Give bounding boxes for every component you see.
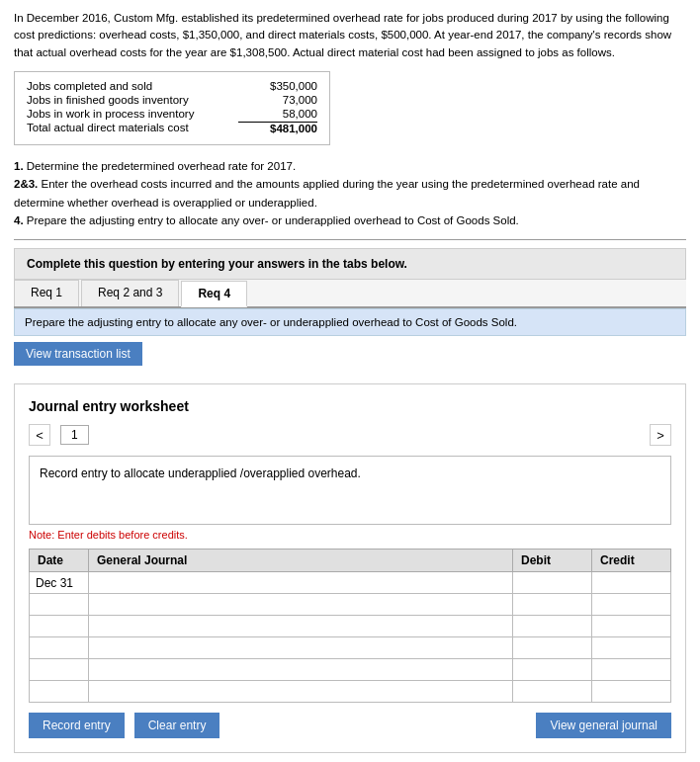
general-cell-4[interactable]	[89, 637, 513, 659]
date-cell-3	[30, 616, 89, 637]
action-buttons: Record entry Clear entry View general jo…	[29, 713, 671, 738]
date-cell-5	[30, 659, 89, 681]
cost-row-total: Total actual direct materials cost $481,…	[27, 122, 317, 134]
entry-description-text: Record entry to allocate underapplied /o…	[40, 466, 361, 480]
table-row	[30, 594, 671, 616]
table-row: Dec 31	[30, 572, 671, 594]
credit-input-5[interactable]	[598, 663, 664, 677]
journal-title: Journal entry worksheet	[29, 398, 671, 414]
req4-instruction: Prepare the adjusting entry to allocate …	[14, 308, 686, 336]
credit-input-6[interactable]	[598, 685, 664, 699]
col-header-debit: Debit	[513, 550, 592, 572]
debit-input-4[interactable]	[519, 641, 585, 655]
debit-input-5[interactable]	[519, 663, 585, 677]
debit-input-1[interactable]	[519, 576, 585, 590]
page-number: 1	[60, 425, 89, 445]
cost-row-1: Jobs completed and sold $350,000	[27, 80, 317, 92]
table-row	[30, 681, 671, 703]
general-cell-6[interactable]	[89, 681, 513, 703]
date-cell-1: Dec 31	[30, 572, 89, 594]
general-input-5[interactable]	[95, 663, 506, 677]
view-general-journal-button[interactable]: View general journal	[536, 713, 671, 738]
col-header-credit: Credit	[592, 550, 671, 572]
date-cell-6	[30, 681, 89, 703]
general-input-6[interactable]	[95, 685, 506, 699]
tab-req4[interactable]: Req 4	[181, 281, 247, 307]
instruction-23: 2&3. Enter the overhead costs incurred a…	[14, 175, 686, 212]
col-header-general: General Journal	[89, 550, 513, 572]
journal-worksheet: Journal entry worksheet < 1 > Record ent…	[14, 383, 686, 753]
view-transaction-button[interactable]: View transaction list	[14, 342, 142, 366]
general-cell-3[interactable]	[89, 616, 513, 637]
tabs-container: Req 1 Req 2 and 3 Req 4	[14, 280, 686, 308]
debit-cell-5[interactable]	[513, 659, 592, 681]
general-cell-1[interactable]	[89, 572, 513, 594]
debit-cell-1[interactable]	[513, 572, 592, 594]
credit-cell-6[interactable]	[592, 681, 671, 703]
debit-input-6[interactable]	[519, 685, 585, 699]
instructions: 1. Determine the predetermined overhead …	[14, 157, 686, 230]
credit-cell-4[interactable]	[592, 637, 671, 659]
debit-note: Note: Enter debits before credits.	[29, 529, 671, 541]
cost-row-3: Jobs in work in process inventory 58,000	[27, 108, 317, 120]
prev-entry-button[interactable]: <	[29, 424, 50, 446]
general-cell-5[interactable]	[89, 659, 513, 681]
clear-entry-button[interactable]: Clear entry	[134, 713, 220, 738]
general-input-2[interactable]	[95, 598, 506, 612]
table-row	[30, 637, 671, 659]
instruction-4: 4. Prepare the adjusting entry to alloca…	[14, 212, 686, 229]
general-input-4[interactable]	[95, 641, 506, 655]
credit-input-2[interactable]	[598, 598, 664, 612]
cost-row-2: Jobs in finished goods inventory 73,000	[27, 94, 317, 106]
credit-cell-2[interactable]	[592, 594, 671, 616]
general-input-1[interactable]	[95, 576, 506, 590]
next-entry-button[interactable]: >	[650, 424, 671, 446]
general-input-3[interactable]	[95, 620, 506, 634]
instruction-1: 1. Determine the predetermined overhead …	[14, 157, 686, 175]
general-cell-2[interactable]	[89, 594, 513, 616]
record-entry-button[interactable]: Record entry	[29, 713, 125, 738]
debit-cell-6[interactable]	[513, 681, 592, 703]
debit-input-3[interactable]	[519, 620, 585, 634]
date-cell-4	[30, 637, 89, 659]
complete-banner: Complete this question by entering your …	[14, 248, 686, 280]
tab-req1[interactable]: Req 1	[14, 280, 79, 306]
credit-input-1[interactable]	[598, 576, 664, 590]
debit-cell-2[interactable]	[513, 594, 592, 616]
tab-req2and3[interactable]: Req 2 and 3	[81, 280, 179, 306]
credit-cell-3[interactable]	[592, 616, 671, 637]
intro-text: In December 2016, Custom Mfg. establishe…	[14, 10, 686, 61]
credit-cell-5[interactable]	[592, 659, 671, 681]
credit-cell-1[interactable]	[592, 572, 671, 594]
col-header-date: Date	[30, 550, 89, 572]
table-row	[30, 659, 671, 681]
journal-table: Date General Journal Debit Credit Dec 31	[29, 549, 671, 703]
date-cell-2	[30, 594, 89, 616]
debit-cell-4[interactable]	[513, 637, 592, 659]
cost-table: Jobs completed and sold $350,000 Jobs in…	[14, 71, 330, 145]
credit-input-4[interactable]	[598, 641, 664, 655]
credit-input-3[interactable]	[598, 620, 664, 634]
nav-row: < 1 >	[29, 424, 671, 446]
entry-description-box: Record entry to allocate underapplied /o…	[29, 456, 671, 525]
debit-cell-3[interactable]	[513, 616, 592, 637]
debit-input-2[interactable]	[519, 598, 585, 612]
table-row	[30, 616, 671, 637]
